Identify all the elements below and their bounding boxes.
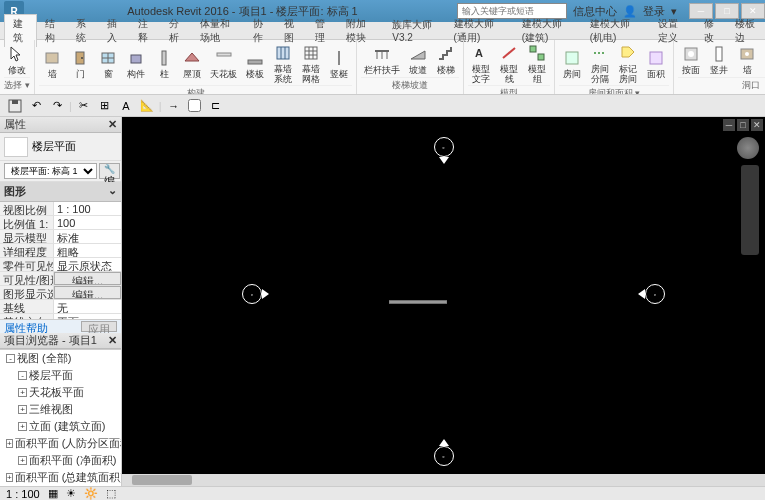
elevation-marker-east[interactable]: ◦ bbox=[645, 284, 665, 304]
view-maximize-icon[interactable]: □ bbox=[737, 119, 749, 131]
edit-type-button[interactable]: 🔧 编辑类型 bbox=[99, 163, 120, 179]
ribbon-rail-button[interactable]: 栏杆扶手 bbox=[361, 42, 403, 77]
prop-value[interactable]: 粗略 bbox=[54, 244, 121, 257]
elevation-marker-west[interactable]: ◦ bbox=[242, 284, 262, 304]
prop-value[interactable]: 无 bbox=[54, 300, 121, 313]
ribbon-shaft-button[interactable]: 竖井 bbox=[706, 42, 732, 77]
ribbon-tag-button[interactable]: 标记房间 bbox=[615, 42, 641, 85]
prop-row: 详细程度粗略 bbox=[0, 244, 121, 258]
ribbon-group-label: 楼梯坡道 bbox=[361, 77, 459, 92]
type-preview-icon[interactable] bbox=[4, 137, 28, 157]
tree-toggle-icon[interactable]: - bbox=[18, 371, 27, 380]
ribbon-cursor-button[interactable]: 修改 bbox=[4, 42, 30, 77]
ribbon-floor-button[interactable]: 楼板 bbox=[242, 42, 268, 85]
ribbon-wall-button[interactable]: 墙 bbox=[39, 42, 65, 85]
qat-save-icon[interactable] bbox=[6, 97, 24, 115]
ribbon-label: 构件 bbox=[127, 69, 145, 79]
tree-node[interactable]: +三维视图 bbox=[0, 401, 121, 418]
status-style-icon[interactable]: ☀ bbox=[66, 487, 76, 500]
ribbon-roof-button[interactable]: 屋顶 bbox=[179, 42, 205, 85]
ribbon-area-button[interactable]: 面积 bbox=[643, 42, 669, 85]
ribbon-label: 门 bbox=[76, 69, 85, 79]
prop-row: 图形显示选项编辑... bbox=[0, 286, 121, 300]
status-detail-icon[interactable]: ▦ bbox=[48, 487, 58, 500]
tree-node[interactable]: +面积平面 (总建筑面积) bbox=[0, 469, 121, 486]
section-expand-icon[interactable]: ⌄ bbox=[108, 184, 117, 199]
elevation-marker-south[interactable]: ◦ bbox=[434, 446, 454, 466]
qat-join-icon[interactable]: ⊞ bbox=[96, 97, 114, 115]
horizontal-scrollbar[interactable] bbox=[122, 474, 765, 486]
ribbon-label: 标记房间 bbox=[619, 64, 637, 84]
prop-value[interactable]: 标准 bbox=[54, 230, 121, 243]
ribbon-ramp-button[interactable]: 坡道 bbox=[405, 42, 431, 77]
ribbon-grid-button[interactable]: 幕墙网格 bbox=[298, 42, 324, 85]
browser-close-icon[interactable]: ✕ bbox=[108, 334, 117, 347]
instance-selector[interactable]: 楼层平面: 标高 1 bbox=[4, 163, 97, 179]
ribbon-curtain-button[interactable]: 幕墙系统 bbox=[270, 42, 296, 85]
status-crop-icon[interactable]: ⬚ bbox=[106, 487, 116, 500]
tree-toggle-icon[interactable]: + bbox=[6, 439, 13, 448]
prop-value[interactable]: 100 bbox=[54, 216, 121, 229]
prop-value[interactable]: 编辑... bbox=[54, 286, 121, 299]
ribbon-line-button[interactable]: 模型线 bbox=[496, 42, 522, 85]
status-scale[interactable]: 1 : 100 bbox=[6, 488, 40, 500]
properties-help-link[interactable]: 属性帮助 bbox=[4, 321, 48, 332]
ribbon-group-button[interactable]: 模型组 bbox=[524, 42, 550, 85]
apply-button[interactable]: 应用 bbox=[81, 321, 117, 332]
tree-toggle-icon[interactable]: + bbox=[18, 422, 27, 431]
component-icon bbox=[126, 48, 146, 68]
prop-label: 零件可见性 bbox=[0, 258, 54, 271]
statusbar: 1 : 100 ▦ ☀ 🔆 ⬚ bbox=[0, 486, 765, 500]
qat-section-icon[interactable]: ✂ bbox=[75, 97, 93, 115]
tree-node[interactable]: +立面 (建筑立面) bbox=[0, 418, 121, 435]
floor-element[interactable] bbox=[389, 300, 447, 303]
tree-node[interactable]: -视图 (全部) bbox=[0, 350, 121, 367]
tree-node[interactable]: +面积平面 (净面积) bbox=[0, 452, 121, 469]
qat-redo-icon[interactable]: ↷ bbox=[48, 97, 66, 115]
tree-toggle-icon[interactable]: + bbox=[6, 473, 13, 482]
qat-option1-icon[interactable]: → bbox=[165, 97, 183, 115]
qat-measure-icon[interactable]: 📐 bbox=[138, 97, 156, 115]
tree-toggle-icon[interactable]: + bbox=[18, 388, 27, 397]
ribbon-byface-button[interactable]: 按面 bbox=[678, 42, 704, 77]
view-minimize-icon[interactable]: ─ bbox=[723, 119, 735, 131]
prop-value[interactable]: 编辑... bbox=[54, 272, 121, 285]
qat-chain-icon[interactable] bbox=[186, 97, 204, 115]
svg-rect-18 bbox=[338, 51, 340, 65]
ribbon-component-button[interactable]: 构件 bbox=[123, 42, 149, 85]
prop-value[interactable]: 显示原状态 bbox=[54, 258, 121, 271]
tree-node[interactable]: -楼层平面 bbox=[0, 367, 121, 384]
ribbon-ceiling-button[interactable]: 天花板 bbox=[207, 42, 240, 85]
properties-close-icon[interactable]: ✕ bbox=[108, 118, 117, 131]
ribbon-window-button[interactable]: 窗 bbox=[95, 42, 121, 85]
tree-node[interactable]: +天花板平面 bbox=[0, 384, 121, 401]
qat-undo-icon[interactable]: ↶ bbox=[27, 97, 45, 115]
ribbon-mullion-button[interactable]: 竖梃 bbox=[326, 42, 352, 85]
svg-text:A: A bbox=[475, 47, 483, 59]
ribbon-stair-button[interactable]: 楼梯 bbox=[433, 42, 459, 77]
svg-rect-7 bbox=[162, 51, 166, 65]
ribbon-door-button[interactable]: 门 bbox=[67, 42, 93, 85]
viewport[interactable]: ─ □ ✕ ◦ ◦ ◦ ◦ bbox=[122, 117, 765, 486]
qat-text-icon[interactable]: A bbox=[117, 97, 135, 115]
tree-toggle-icon[interactable]: + bbox=[18, 405, 27, 414]
view-close-icon[interactable]: ✕ bbox=[751, 119, 763, 131]
window-icon bbox=[98, 48, 118, 68]
ribbon-column-button[interactable]: 柱 bbox=[151, 42, 177, 85]
chain-checkbox[interactable] bbox=[188, 99, 201, 112]
prop-value[interactable]: 1 : 100 bbox=[54, 202, 121, 215]
status-sun-icon[interactable]: 🔆 bbox=[84, 487, 98, 500]
ribbon-text-button[interactable]: A模型文字 bbox=[468, 42, 494, 85]
tree-toggle-icon[interactable]: - bbox=[6, 354, 15, 363]
ribbon-roomsep-button[interactable]: 房间分隔 bbox=[587, 42, 613, 85]
qat-offset-icon[interactable]: ⊏ bbox=[207, 97, 225, 115]
ribbon-room-button[interactable]: 房间 bbox=[559, 42, 585, 85]
ribbon-label: 天花板 bbox=[210, 69, 237, 79]
navigation-bar[interactable] bbox=[741, 165, 759, 255]
tree-toggle-icon[interactable]: + bbox=[18, 456, 27, 465]
viewcube[interactable] bbox=[737, 137, 759, 159]
properties-title: 属性 bbox=[4, 117, 26, 132]
elevation-marker-north[interactable]: ◦ bbox=[434, 137, 454, 157]
ribbon-wall2-button[interactable]: 墙 bbox=[734, 42, 760, 77]
tree-node[interactable]: +面积平面 (人防分区面积) bbox=[0, 435, 121, 452]
